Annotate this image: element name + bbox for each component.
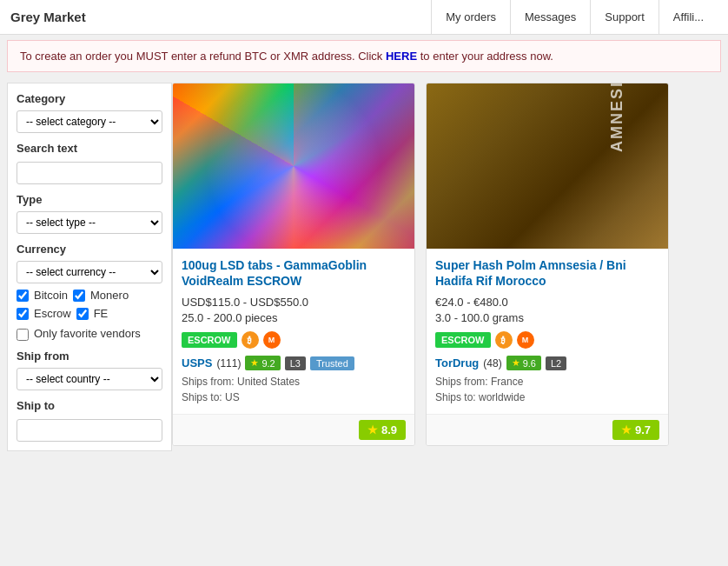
sidebar: Category -- select category -- Search te… [7, 83, 172, 451]
bitcoin-checkbox[interactable] [17, 290, 29, 302]
escrow-badge-hash: ESCROW [435, 332, 491, 348]
vendor-count-lsd: (111) [216, 357, 241, 370]
score-badge-lsd: ★ 8.9 [359, 420, 406, 440]
rating-value-hash: 9.6 [523, 358, 536, 369]
bitcoin-label: Bitcoin [34, 289, 68, 302]
bitcoin-checkbox-row: Bitcoin Monero [17, 289, 162, 302]
score-value-lsd: 8.9 [381, 423, 397, 436]
product-price-hash: €24.0 - €480.0 [435, 296, 659, 309]
alert-link[interactable]: HERE [386, 50, 417, 63]
ship-to-label: Ship to [17, 399, 162, 412]
product-footer-hash: ★ 9.7 [427, 414, 668, 445]
product-body-hash: Super Hash Polm Amnsesia / Bni Hadifa Ri… [427, 249, 668, 414]
level-badge-hash: L2 [546, 356, 566, 370]
logo: Grey Market [10, 10, 86, 24]
product-image-hash [427, 83, 668, 249]
btc-icon-hash: ₿ [495, 331, 513, 349]
rating-badge-hash: ★ 9.6 [506, 356, 541, 370]
score-star-lsd: ★ [367, 423, 378, 436]
monero-label: Monero [90, 289, 129, 302]
product-title-lsd[interactable]: 100ug LSD tabs - GammaGoblin VoidRealm E… [182, 257, 406, 289]
ship-from-label: Ship from [17, 350, 162, 363]
product-price-lsd: USD$115.0 - USD$550.0 [182, 296, 406, 309]
product-image-lsd [173, 83, 414, 249]
vendor-count-hash: (48) [483, 357, 501, 370]
btc-icon: ₿ [242, 331, 259, 349]
score-star-hash: ★ [621, 423, 632, 436]
star-icon-lsd: ★ [250, 357, 259, 369]
currency-select[interactable]: -- select currency -- [17, 261, 162, 283]
currency-label: Currency [17, 243, 162, 256]
products-area: 100ug LSD tabs - GammaGoblin VoidRealm E… [172, 83, 721, 451]
trusted-badge-lsd: Trusted [310, 356, 354, 370]
escrow-label: Escrow [34, 307, 71, 320]
level-badge-lsd: L3 [285, 356, 306, 370]
product-card-hash: Super Hash Polm Amnsesia / Bni Hadifa Ri… [426, 83, 669, 446]
main-layout: Category -- select category -- Search te… [0, 77, 728, 456]
ships-info-hash: Ships from: France Ships to: worldwide [435, 374, 659, 405]
alert-banner: To create an order you MUST enter a refu… [7, 40, 721, 72]
product-quantity-lsd: 25.0 - 200.0 pieces [182, 311, 406, 324]
ships-to-hash: Ships to: worldwide [435, 390, 659, 405]
vendor-row-lsd: USPS (111) ★ 9.2 L3 Trusted [182, 356, 406, 370]
only-fav-checkbox[interactable] [17, 329, 29, 341]
escrow-badge-lsd: ESCROW [182, 332, 237, 348]
vendor-name-lsd[interactable]: USPS [182, 356, 212, 370]
escrow-checkbox[interactable] [17, 308, 29, 320]
xmr-icon-hash: M [517, 331, 534, 349]
ships-from-hash: Ships from: France [435, 374, 659, 390]
search-label: Search text [17, 142, 162, 155]
fe-label: FE [94, 307, 109, 320]
vendor-name-hash[interactable]: TorDrug [435, 356, 479, 370]
alert-text-before: To create an order you MUST enter a refu… [20, 50, 386, 63]
score-badge-hash: ★ 9.7 [612, 420, 659, 440]
fe-checkbox[interactable] [76, 308, 89, 320]
ships-info-lsd: Ships from: United States Ships to: US [182, 374, 406, 405]
only-fav-label: Only favorite vendors [34, 327, 141, 340]
category-label: Category [17, 92, 162, 105]
rating-value-lsd: 9.2 [261, 358, 275, 369]
score-value-hash: 9.7 [635, 423, 651, 436]
product-quantity-hash: 3.0 - 100.0 grams [435, 311, 659, 324]
alert-text-after: to enter your address now. [417, 50, 553, 63]
product-badges-lsd: ESCROW ₿ M [182, 331, 406, 349]
product-footer-lsd: ★ 8.9 [173, 414, 414, 445]
ships-to-lsd: Ships to: US [182, 390, 406, 405]
vendor-row-hash: TorDrug (48) ★ 9.6 L2 [435, 356, 659, 370]
nav-support[interactable]: Support [590, 0, 659, 35]
monero-checkbox[interactable] [73, 290, 85, 302]
ship-to-input[interactable] [17, 419, 162, 442]
header: Grey Market My orders Messages Support A… [0, 0, 728, 35]
nav-messages[interactable]: Messages [510, 0, 590, 35]
star-icon-hash: ★ [512, 357, 520, 369]
nav: My orders Messages Support Affili... [431, 0, 718, 35]
product-card-lsd: 100ug LSD tabs - GammaGoblin VoidRealm E… [172, 83, 415, 446]
ships-from-lsd: Ships from: United States [182, 374, 406, 390]
nav-my-orders[interactable]: My orders [431, 0, 510, 35]
product-badges-hash: ESCROW ₿ M [435, 331, 659, 349]
search-input[interactable] [17, 162, 162, 184]
xmr-icon: M [263, 331, 281, 349]
category-select[interactable]: -- select category -- [17, 110, 162, 133]
product-title-hash[interactable]: Super Hash Polm Amnsesia / Bni Hadifa Ri… [435, 257, 659, 289]
rating-badge-lsd: ★ 9.2 [245, 356, 280, 370]
only-fav-row: Only favorite vendors [17, 327, 162, 341]
ship-from-select[interactable]: -- select country -- [17, 368, 162, 390]
type-label: Type [17, 193, 162, 206]
product-body-lsd: 100ug LSD tabs - GammaGoblin VoidRealm E… [173, 249, 414, 414]
nav-affili[interactable]: Affili... [659, 0, 718, 35]
type-select[interactable]: -- select type -- [17, 211, 162, 234]
escrow-checkbox-row: Escrow FE [17, 307, 162, 320]
